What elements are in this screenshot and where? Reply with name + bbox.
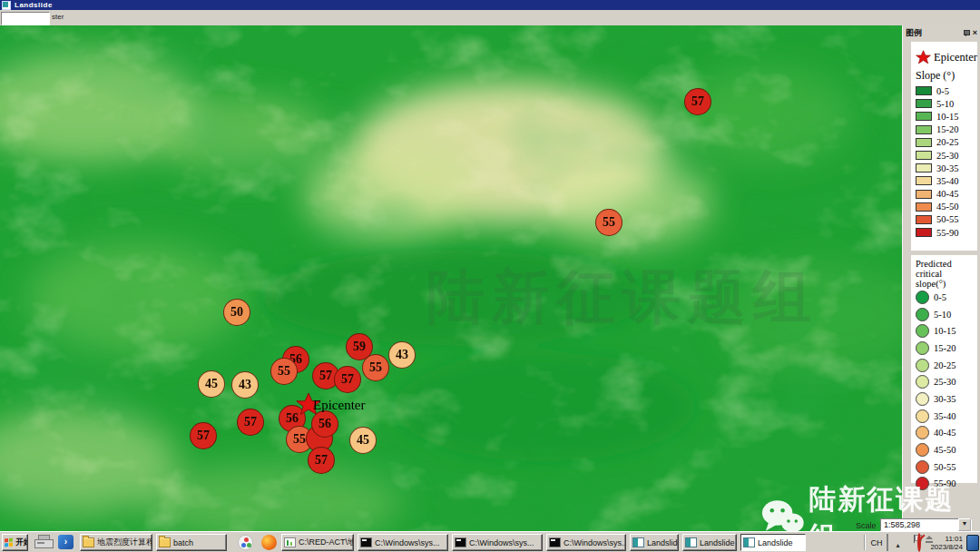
taskbar-button[interactable]: C:\Windows\sys... (546, 534, 626, 551)
legend-item: 10-15 (916, 322, 977, 340)
legend-item-label: 30-35 (936, 163, 959, 173)
taskbar-button-label: C:\Windows\sys... (375, 538, 440, 547)
window-titlebar[interactable]: Landslide (0, 0, 980, 10)
legend-swatch (916, 375, 929, 389)
legend-slope: Epicenter Slope (°) 0-55-1010-1515-2020-… (911, 42, 977, 251)
taskbar-button[interactable]: C:\Windows\sys... (358, 534, 448, 551)
legend-item-label: 10-15 (934, 326, 956, 336)
legend-item-label: 50-55 (936, 214, 959, 224)
legend-swatch (916, 202, 932, 212)
taskbar-button-label: C:\Windows\sys... (564, 538, 626, 547)
system-tray: CH ▴ 11:01 2023/8/24 (864, 532, 980, 552)
toolbar-text: ster (52, 13, 64, 21)
firefox-icon[interactable] (261, 535, 277, 550)
toolbar-strip (0, 10, 980, 26)
legend-swatch (916, 228, 932, 237)
legend-item: 5-10 (916, 306, 977, 323)
legend-item-label: 0-5 (934, 292, 946, 302)
legend-item-label: 25-30 (934, 377, 956, 387)
legend-swatch (916, 341, 929, 355)
legend-panel-titlebar[interactable]: 图例 × (903, 25, 980, 40)
caret-icon[interactable]: ▴ (896, 541, 899, 549)
chevron-down-icon[interactable]: ▼ (958, 518, 971, 531)
slope-marker: 57 (334, 366, 361, 393)
legend-critical-title-line2: slope(°) (916, 279, 977, 289)
taskbar-button[interactable]: C:\Windows\sys... (452, 534, 543, 551)
taskbar-button-label: 地震烈度计算程... (97, 537, 152, 548)
legend-swatch (916, 359, 929, 372)
legend-swatch (916, 151, 932, 160)
taskbar-button[interactable]: Landslide (740, 534, 806, 551)
legend-item-label: 50-55 (934, 462, 956, 472)
legend-item: 40-45 (916, 188, 977, 201)
legend-swatch (916, 443, 929, 457)
taskbar-button[interactable]: 地震烈度计算程... (80, 534, 152, 551)
legend-swatch (916, 112, 932, 121)
taskbar-button[interactable]: batch (156, 534, 227, 551)
legend-swatch (916, 215, 932, 224)
taskbar-button[interactable]: C:\RED-ACT\地... (281, 534, 354, 551)
scale-combobox[interactable]: 1:585,298 ▼ (880, 518, 972, 531)
legend-item: 20-25 (916, 136, 977, 149)
legend-item: 5-10 (916, 97, 977, 110)
legend-item: 0-5 (916, 289, 977, 306)
legend-swatch (916, 460, 929, 474)
taskbar-button-label: Landslide (647, 538, 679, 547)
legend-item-label: 15-20 (936, 124, 959, 134)
legend-item-label: 20-25 (936, 137, 959, 147)
start-button[interactable]: 开始 (2, 534, 28, 551)
legend-item-label: 45-50 (936, 202, 959, 212)
legend-item: 25-30 (916, 149, 977, 162)
legend-swatch (916, 392, 929, 406)
legend-item-label: 30-35 (934, 394, 956, 404)
legend-item: 50-55 (916, 458, 977, 476)
toolbar-combobox[interactable] (1, 12, 50, 25)
clock-time: 11:01 (946, 535, 963, 543)
start-label: 开始 (15, 537, 28, 548)
slope-marker: 57 (237, 409, 264, 436)
console-icon (360, 537, 372, 547)
taskbar-button[interactable]: Landslide (682, 534, 737, 551)
taskbar-button-label: Landslide (758, 538, 793, 547)
volume-icon[interactable] (887, 534, 888, 551)
legend-item: 40-45 (916, 425, 977, 442)
legend-swatch (916, 125, 932, 134)
legend-swatch (916, 308, 929, 321)
powershell-icon[interactable]: › (58, 535, 74, 549)
slope-marker: 57 (684, 88, 711, 115)
folder-icon (83, 537, 94, 547)
show-desktop-icon[interactable] (966, 535, 979, 551)
close-icon[interactable]: × (973, 30, 977, 36)
faint-watermark: 陆新征课题组 (426, 258, 818, 337)
clock-date: 2023/8/24 (930, 543, 963, 551)
printer-icon[interactable] (34, 535, 53, 549)
app-icon (2, 1, 11, 10)
legend-item: 15-20 (916, 123, 977, 136)
taskbar-button[interactable]: Landslide (630, 534, 679, 551)
scale-value: 1:585,298 (881, 520, 958, 529)
pin-icon[interactable] (963, 30, 969, 36)
language-indicator[interactable]: CH (870, 538, 882, 547)
map-canvas[interactable]: 陆新征课题组 575550594356555557574543575655565… (0, 25, 902, 531)
taskbar-clock[interactable]: 11:01 2023/8/24 (930, 535, 963, 551)
legend-item: 35-40 (916, 174, 977, 187)
legend-item: 30-35 (916, 390, 977, 408)
palette-icon[interactable] (238, 535, 253, 550)
legend-item-label: 0-5 (936, 86, 949, 96)
legend-swatch (916, 426, 929, 439)
legend-item: 50-55 (916, 213, 977, 226)
legend-item-label: 35-40 (936, 176, 959, 186)
legend-item-label: 20-25 (934, 360, 956, 370)
legend-swatch (916, 163, 932, 172)
legend-swatch (916, 99, 932, 108)
legend-item-label: 40-45 (934, 428, 956, 438)
legend-swatch (916, 138, 932, 147)
legend-item: 0-5 (916, 84, 977, 97)
legend-item: 20-25 (916, 357, 977, 374)
legend-item-label: 5-10 (934, 310, 951, 320)
scale-label: Scale (856, 521, 877, 530)
taskbar: 开始 › 地震烈度计算程...batchC:\RED-ACT\地...C:\Wi… (0, 531, 980, 552)
legend-item-label: 35-40 (934, 411, 956, 421)
legend-swatch (916, 409, 929, 423)
folder-icon (159, 537, 171, 547)
